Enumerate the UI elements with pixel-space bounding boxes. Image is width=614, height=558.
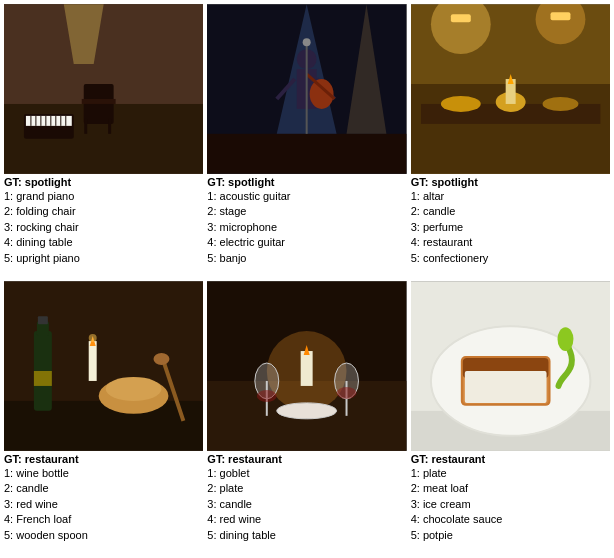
svg-rect-58 [301, 351, 313, 386]
gt-label-4: GT: restaurant [4, 453, 203, 465]
prediction-item: 1: goblet [207, 466, 406, 481]
prediction-item: 1: plate [411, 466, 610, 481]
prediction-item: 3: rocking chair [4, 220, 203, 235]
prediction-item: 4: French loaf [4, 512, 203, 527]
grid-cell-6: GT: restaurant1: plate2: meat loaf3: ice… [411, 281, 610, 554]
prediction-item: 4: chocolate sauce [411, 512, 610, 527]
prediction-list-3: 1: altar2: candle3: perfume4: restaurant… [411, 189, 610, 266]
prediction-item: 3: candle [207, 497, 406, 512]
svg-rect-73 [464, 371, 546, 403]
caption-5: GT: restaurant1: goblet2: plate3: candle… [207, 451, 406, 554]
gt-label-5: GT: restaurant [207, 453, 406, 465]
image-6 [411, 281, 610, 451]
prediction-item: 2: stage [207, 204, 406, 219]
image-3 [411, 4, 610, 174]
prediction-item: 3: red wine [4, 497, 203, 512]
caption-4: GT: restaurant1: wine bottle2: candle3: … [4, 451, 203, 554]
prediction-item: 2: meat loaf [411, 481, 610, 496]
prediction-item: 1: grand piano [4, 189, 203, 204]
prediction-item: 2: candle [411, 204, 610, 219]
svg-point-64 [277, 403, 337, 419]
grid-cell-3: GT: spotlight1: altar2: candle3: perfume… [411, 4, 610, 277]
main-grid: GT: spotlight1: grand piano2: folding ch… [0, 0, 614, 558]
caption-3: GT: spotlight1: altar2: candle3: perfume… [411, 174, 610, 277]
image-5 [207, 281, 406, 451]
prediction-list-1: 1: grand piano2: folding chair3: rocking… [4, 189, 203, 266]
grid-cell-1: GT: spotlight1: grand piano2: folding ch… [4, 4, 203, 277]
grid-cell-5: GT: restaurant1: goblet2: plate3: candle… [207, 281, 406, 554]
prediction-item: 3: microphone [207, 220, 406, 235]
gt-label-6: GT: restaurant [411, 453, 610, 465]
svg-point-66 [337, 387, 357, 399]
svg-rect-5 [82, 99, 116, 104]
svg-rect-44 [89, 341, 97, 381]
prediction-item: 2: folding chair [4, 204, 203, 219]
prediction-item: 1: wine bottle [4, 466, 203, 481]
svg-rect-9 [26, 116, 72, 126]
prediction-item: 4: restaurant [411, 235, 610, 250]
prediction-item: 5: wooden spoon [4, 528, 203, 543]
prediction-item: 3: ice cream [411, 497, 610, 512]
svg-rect-50 [34, 371, 52, 386]
prediction-item: 5: potpie [411, 528, 610, 543]
svg-point-54 [153, 353, 169, 365]
gt-label-2: GT: spotlight [207, 176, 406, 188]
prediction-list-6: 1: plate2: meat loaf3: ice cream4: choco… [411, 466, 610, 543]
svg-point-74 [557, 327, 573, 351]
image-2 [207, 4, 406, 174]
prediction-item: 5: dining table [207, 528, 406, 543]
prediction-item: 4: electric guitar [207, 235, 406, 250]
prediction-item: 3: perfume [411, 220, 610, 235]
svg-rect-43 [4, 401, 203, 451]
gt-label-1: GT: spotlight [4, 176, 203, 188]
image-1 [4, 4, 203, 174]
prediction-list-4: 1: wine bottle2: candle3: red wine4: Fre… [4, 466, 203, 543]
svg-point-29 [303, 38, 311, 46]
image-4 [4, 281, 203, 451]
svg-rect-35 [550, 12, 570, 20]
prediction-list-2: 1: acoustic guitar2: stage3: microphone4… [207, 189, 406, 266]
svg-point-65 [257, 390, 277, 402]
svg-point-37 [441, 96, 481, 112]
svg-rect-49 [38, 316, 48, 324]
prediction-item: 1: acoustic guitar [207, 189, 406, 204]
gt-label-3: GT: spotlight [411, 176, 610, 188]
caption-6: GT: restaurant1: plate2: meat loaf3: ice… [411, 451, 610, 554]
grid-cell-2: GT: spotlight1: acoustic guitar2: stage3… [207, 4, 406, 277]
prediction-item: 5: confectionery [411, 251, 610, 266]
svg-rect-19 [207, 134, 406, 174]
svg-rect-34 [451, 14, 471, 22]
prediction-item: 1: altar [411, 189, 610, 204]
prediction-item: 2: candle [4, 481, 203, 496]
prediction-list-5: 1: goblet2: plate3: candle4: red wine5: … [207, 466, 406, 543]
grid-cell-4: GT: restaurant1: wine bottle2: candle3: … [4, 281, 203, 554]
svg-point-39 [542, 97, 578, 111]
prediction-item: 2: plate [207, 481, 406, 496]
prediction-item: 4: red wine [207, 512, 406, 527]
caption-2: GT: spotlight1: acoustic guitar2: stage3… [207, 174, 406, 277]
svg-point-52 [106, 377, 162, 401]
svg-rect-4 [84, 84, 114, 124]
caption-1: GT: spotlight1: grand piano2: folding ch… [4, 174, 203, 277]
prediction-item: 5: upright piano [4, 251, 203, 266]
prediction-item: 5: banjo [207, 251, 406, 266]
prediction-item: 4: dining table [4, 235, 203, 250]
svg-point-46 [89, 334, 97, 342]
